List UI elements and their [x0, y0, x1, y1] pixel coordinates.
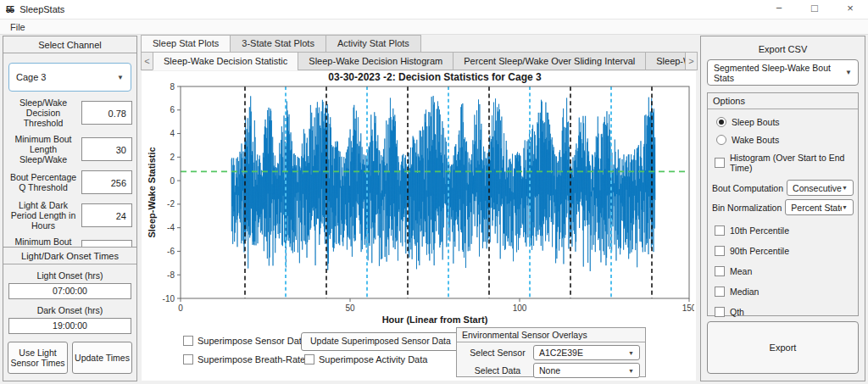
window-controls: − □ × — [761, 0, 868, 19]
app-logo-icon: 55 — [6, 5, 14, 14]
field-row-sleep-wake-decision-threshold: Sleep/Wake Decision Threshold0.78 — [8, 97, 132, 128]
sleep-wake-decision-threshold-input[interactable]: 0.78 — [81, 101, 132, 125]
chevron-down-icon: ▼ — [845, 69, 852, 76]
histogram-checkbox[interactable] — [715, 158, 725, 168]
svg-text:-2: -2 — [167, 199, 175, 209]
select-sensor-row: Select Sensor A1C2E39E ▼ — [462, 345, 640, 360]
update-superimposed-sensor-data-button[interactable]: Update Superimposed Sensor Data — [301, 332, 460, 351]
mean-label: Mean — [730, 266, 752, 276]
superimpose-sensor-data-row: Superimpose Sensor Data — [183, 336, 307, 346]
field-label: Minimum Bout Length Sleep/Wake — [8, 134, 81, 164]
superimpose-sensor-data-checkbox[interactable] — [183, 336, 193, 346]
bout-computation-label: Bout Computation — [712, 183, 787, 193]
tab-3-state-stat-plots[interactable]: 3-State Stat Plots — [230, 35, 326, 52]
dark-onset-label: Dark Onset (hrs) — [3, 305, 136, 315]
svg-text:6: 6 — [170, 105, 175, 114]
select-sensor-value: A1C2E39E — [539, 348, 583, 358]
stat-row-qth: Qth — [715, 307, 858, 317]
field-label: Sleep/Wake Decision Threshold — [8, 97, 81, 128]
bout-percentage-q-threshold-input[interactable]: 256 — [81, 170, 132, 194]
select-sensor-label: Select Sensor — [462, 348, 533, 358]
field-label: Light & Dark Period Length in Hours — [8, 200, 81, 231]
minimum-bout-length-sleep-wake-input[interactable]: 30 — [81, 137, 132, 161]
superimpose-breath-rate-checkbox[interactable] — [183, 354, 193, 365]
chart-title: 03-30-2023 -2: Decision Statistics for C… — [328, 73, 542, 83]
onset-times-panel: Light/Dark Onset Times Light Onset (hrs)… — [3, 247, 137, 381]
sleep-bouts-row: Sleep Bouts — [716, 117, 858, 127]
menu-file[interactable]: File — [7, 22, 29, 32]
select-data-row: Select Data None ▼ — [462, 363, 640, 378]
options-panel: Options Sleep Bouts Wake Bouts Histogram… — [707, 92, 859, 316]
y-axis-label: Sleep-Wake Statistic — [147, 147, 157, 237]
close-icon[interactable]: × — [832, 0, 868, 19]
svg-text:50: 50 — [345, 303, 355, 313]
90th-percentile-checkbox[interactable] — [715, 246, 725, 256]
tab-sleep-wake-decision-histogram[interactable]: Sleep-Wake Decision Histogram — [298, 52, 453, 70]
export-csv-panel: Export CSV Segmented Sleep-Wake Bout Sta… — [700, 36, 865, 381]
dark-onset-input[interactable]: 19:00:00 — [8, 318, 131, 334]
secondary-tab-bar: < Sleep-Wake Decision StatisticSleep-Wak… — [141, 52, 697, 70]
maximize-icon[interactable]: □ — [797, 0, 832, 19]
decision-statistic-chart: 050100150-10-8-6-4-20246803-30-2023 -2: … — [145, 73, 694, 331]
field-label: Bout Percentage Q Threshold — [8, 172, 81, 192]
tab-sleep-wake-decision-statistic[interactable]: Sleep-Wake Decision Statistic — [153, 52, 298, 70]
plot-region: Sleep Stat Plots3-State Stat PlotsActivi… — [141, 34, 697, 384]
minimize-icon[interactable]: − — [761, 0, 797, 19]
10th-percentile-checkbox[interactable] — [715, 225, 725, 236]
svg-text:0: 0 — [170, 176, 175, 186]
use-light-sensor-times-button[interactable]: Use Light Sensor Times — [8, 342, 68, 374]
select-sensor-dropdown[interactable]: A1C2E39E ▼ — [533, 345, 640, 360]
bin-normalization-label: Bin Normalization — [712, 203, 785, 213]
bin-normalization-dropdown[interactable]: Percent State ... ▼ — [785, 199, 854, 215]
superimpose-breath-rate-row: Superimpose Breath-Rate — [183, 354, 305, 365]
light-onset-input[interactable]: 07:00:00 — [8, 283, 131, 299]
superimpose-breath-rate-label: Superimpose Breath-Rate — [198, 354, 305, 365]
update-times-button[interactable]: Update Times — [72, 342, 132, 374]
mean-checkbox[interactable] — [715, 266, 725, 276]
tab-scroll-right-icon[interactable]: > — [685, 52, 698, 70]
field-row-light-dark-period-length-in-hours: Light & Dark Period Length in Hours24 — [8, 200, 132, 231]
tab-activity-stat-plots[interactable]: Activity Stat Plots — [326, 35, 421, 52]
wake-bouts-radio[interactable] — [716, 135, 726, 145]
histogram-label: Histogram (Over Start to End Time) — [730, 153, 858, 173]
chevron-down-icon: ▼ — [842, 185, 848, 191]
tab-sleep-stat-plots[interactable]: Sleep Stat Plots — [141, 35, 231, 52]
bin-normalization-row: Bin Normalization Percent State ... ▼ — [712, 199, 854, 215]
export-button[interactable]: Export — [707, 321, 859, 374]
superimpose-sensor-data-label: Superimpose Sensor Data — [198, 336, 307, 346]
median-checkbox[interactable] — [715, 287, 725, 297]
bout-computation-dropdown[interactable]: Consecutive I... ▼ — [787, 180, 854, 196]
tab-percent-sleep-wake-over-sliding-interval[interactable]: Percent Sleep/Wake Over Sliding Interval — [453, 52, 646, 70]
environmental-sensor-overlays-title: Environmental Sensor Overlays — [457, 328, 645, 342]
svg-text:2: 2 — [170, 153, 175, 162]
tab-scroll-left-icon[interactable]: < — [141, 52, 153, 70]
channel-select[interactable]: Cage 3 ▼ — [8, 63, 131, 92]
stat-row-90th-percentile: 90th Percentile — [715, 246, 858, 256]
qth-label: Qth — [730, 307, 744, 317]
main-content: Select Channel Cage 3 ▼ Sleep/Wake Decis… — [0, 34, 868, 384]
figure-area: 050100150-10-8-6-4-20246803-30-2023 -2: … — [142, 71, 696, 381]
sleep-bouts-radio[interactable] — [716, 117, 726, 127]
x-axis-label: Hour (Linear from Start) — [382, 314, 488, 325]
superimpose-activity-data-checkbox[interactable] — [304, 354, 314, 365]
svg-text:150: 150 — [682, 303, 694, 313]
export-type-dropdown[interactable]: Segmented Sleep-Wake Bout Stats ▼ — [707, 59, 859, 86]
qth-checkbox[interactable] — [715, 307, 725, 317]
light-onset-label: Light Onset (hrs) — [3, 270, 136, 281]
stat-row-10th-percentile: 10th Percentile — [715, 225, 858, 236]
select-data-dropdown[interactable]: None ▼ — [533, 363, 640, 378]
plot-footer: Superimpose Sensor Data Superimpose Brea… — [142, 326, 696, 381]
bout-computation-value: Consecutive I... — [793, 183, 842, 193]
median-label: Median — [730, 287, 759, 297]
onset-buttons: Use Light Sensor Times Update Times — [8, 342, 132, 374]
tab-sleep-wake-bout-length-histogram[interactable]: Sleep-Wake Bout Length Histogram — [645, 52, 686, 70]
options-title: Options — [708, 93, 858, 109]
svg-text:-8: -8 — [167, 270, 175, 280]
select-channel-panel: Select Channel Cage 3 ▼ Sleep/Wake Decis… — [3, 36, 137, 381]
histogram-row: Histogram (Over Start to End Time) — [715, 153, 858, 173]
chevron-down-icon: ▼ — [628, 350, 634, 356]
channel-select-value: Cage 3 — [16, 72, 46, 82]
chart-canvas: 050100150-10-8-6-4-20246803-30-2023 -2: … — [145, 73, 694, 329]
sleep-bouts-label: Sleep Bouts — [732, 117, 780, 127]
light-dark-period-length-in-hours-input[interactable]: 24 — [81, 203, 132, 227]
